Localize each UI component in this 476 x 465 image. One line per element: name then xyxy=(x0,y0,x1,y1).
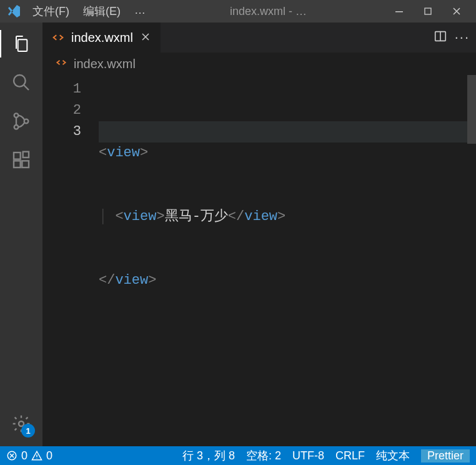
code-token: view xyxy=(244,209,277,224)
code-token: </ xyxy=(99,272,115,288)
current-line-highlight xyxy=(99,121,467,142)
breadcrumb-label: index.wxml xyxy=(74,57,136,71)
code-token: </ xyxy=(228,209,244,224)
settings-gear-icon[interactable]: 1 xyxy=(6,409,36,439)
svg-rect-9 xyxy=(23,152,29,158)
main-area: 1 index.wxml ··· xyxy=(0,22,476,446)
editor-actions: ··· xyxy=(434,22,476,52)
svg-point-3 xyxy=(14,113,19,118)
vertical-scrollbar[interactable] xyxy=(467,75,476,446)
menu-file[interactable]: 文件(F) xyxy=(26,1,76,21)
code-token: view xyxy=(107,145,140,161)
code-file-icon xyxy=(51,31,65,44)
svg-point-2 xyxy=(14,75,26,87)
editor-column: index.wxml ··· index.wxml 1 2 xyxy=(42,22,476,446)
close-icon[interactable] xyxy=(139,29,152,46)
line-number: 1 xyxy=(42,79,99,100)
window-controls xyxy=(385,0,471,22)
split-editor-icon[interactable] xyxy=(434,29,447,46)
code-token: 黑马-万少 xyxy=(165,209,228,224)
status-eol[interactable]: CRLF xyxy=(335,449,365,462)
tabs-row: index.wxml ··· xyxy=(42,22,476,52)
search-icon[interactable] xyxy=(6,68,36,98)
code-token: view xyxy=(124,209,157,224)
scrollbar-thumb[interactable] xyxy=(467,75,476,144)
settings-badge: 1 xyxy=(21,424,35,438)
tab-index-wxml[interactable]: index.wxml xyxy=(42,22,161,52)
line-number: 3 xyxy=(42,121,99,142)
code-token: < xyxy=(115,209,123,224)
code-content[interactable]: <view> │ <view>黑马-万少</view> </view> xyxy=(99,75,467,446)
code-token: > xyxy=(277,209,285,224)
activity-bar: 1 xyxy=(0,22,42,446)
svg-rect-7 xyxy=(14,161,21,168)
svg-rect-1 xyxy=(425,8,431,14)
extensions-icon[interactable] xyxy=(6,145,36,175)
window-title: index.wxml - … xyxy=(152,5,385,18)
code-file-icon xyxy=(55,56,67,72)
explorer-icon[interactable] xyxy=(6,29,36,59)
breadcrumb[interactable]: index.wxml xyxy=(42,52,476,75)
source-control-icon[interactable] xyxy=(6,106,36,136)
svg-point-4 xyxy=(14,125,19,129)
status-language-mode[interactable]: 纯文本 xyxy=(376,448,410,463)
svg-rect-0 xyxy=(395,11,403,12)
vscode-logo-icon xyxy=(5,4,22,19)
status-encoding[interactable]: UTF-8 xyxy=(292,449,324,462)
status-prettier[interactable]: Prettier xyxy=(421,449,470,462)
code-area[interactable]: 1 2 3 <view> │ <view>黑马-万少</view> </view… xyxy=(42,75,476,446)
code-token: > xyxy=(140,145,148,161)
code-token: > xyxy=(156,209,164,224)
status-problems[interactable]: 0 0 xyxy=(6,449,52,462)
line-number: 2 xyxy=(42,100,99,121)
minimize-button[interactable] xyxy=(385,0,414,22)
status-indentation[interactable]: 空格: 2 xyxy=(246,448,281,463)
status-error-count: 0 xyxy=(21,449,27,462)
more-actions-icon[interactable]: ··· xyxy=(455,29,470,46)
title-bar: 文件(F) 编辑(E) … index.wxml - … xyxy=(0,0,476,22)
menu-overflow[interactable]: … xyxy=(128,1,152,21)
code-token: > xyxy=(148,272,156,288)
menu-edit[interactable]: 编辑(E) xyxy=(77,1,127,21)
indent-guide: │ xyxy=(99,209,115,224)
svg-rect-8 xyxy=(22,161,29,168)
code-token: < xyxy=(99,145,107,161)
maximize-button[interactable] xyxy=(414,0,442,22)
menu-bar: 文件(F) 编辑(E) … xyxy=(26,1,152,21)
line-gutter: 1 2 3 xyxy=(42,75,99,446)
status-cursor-position[interactable]: 行 3，列 8 xyxy=(182,448,235,463)
close-button[interactable] xyxy=(442,0,471,22)
status-bar: 0 0 行 3，列 8 空格: 2 UTF-8 CRLF 纯文本 Prettie… xyxy=(0,446,476,465)
code-token: view xyxy=(115,272,148,288)
tab-label: index.wxml xyxy=(71,31,133,45)
status-warning-count: 0 xyxy=(46,449,52,462)
svg-rect-6 xyxy=(14,152,21,159)
